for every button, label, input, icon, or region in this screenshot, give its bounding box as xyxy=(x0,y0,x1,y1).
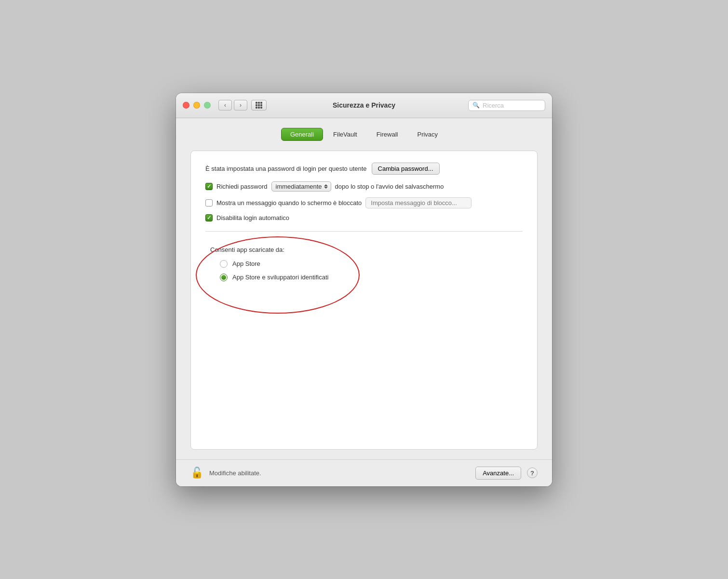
radio-appstore-label: App Store xyxy=(232,260,260,267)
disable-autologin-row: Disabilita login automatico xyxy=(205,214,523,221)
tab-privacy[interactable]: Privacy xyxy=(408,128,447,141)
titlebar: ‹ › Sicurezza e Privacy 🔍 Ricerca xyxy=(176,93,552,118)
search-placeholder: Ricerca xyxy=(483,102,504,109)
bottom-bar: 🔓 Modifiche abilitate. Avanzate... ? xyxy=(176,459,552,486)
password-timing-dropdown[interactable]: immediatamente xyxy=(271,181,331,192)
require-password-checkbox[interactable] xyxy=(205,183,213,190)
divider xyxy=(205,231,523,232)
tab-generali[interactable]: Generali xyxy=(281,128,323,141)
radio-appstore-developers[interactable] xyxy=(220,274,228,281)
allow-apps-label: Consenti app scaricate da: xyxy=(210,246,523,253)
close-button[interactable] xyxy=(183,102,189,109)
settings-panel: È stata impostata una password di login … xyxy=(190,151,538,450)
back-button[interactable]: ‹ xyxy=(218,100,232,110)
disable-autologin-label: Disabilita login automatico xyxy=(216,214,289,221)
main-window: ‹ › Sicurezza e Privacy 🔍 Ricerca Genera… xyxy=(176,93,552,486)
require-password-row: Richiedi password immediatamente dopo lo… xyxy=(205,181,523,192)
grid-icon xyxy=(256,102,262,109)
radio-appstore-developers-label: App Store e sviluppatori identificati xyxy=(232,274,328,281)
tab-filevault[interactable]: FileVault xyxy=(324,128,366,141)
nav-buttons: ‹ › xyxy=(218,100,267,110)
forward-button[interactable]: › xyxy=(234,100,247,110)
tab-firewall[interactable]: Firewall xyxy=(367,128,407,141)
password-text: È stata impostata una password di login … xyxy=(205,165,367,172)
dropdown-value: immediatamente xyxy=(276,183,322,190)
search-box[interactable]: 🔍 Ricerca xyxy=(468,100,545,111)
dropdown-suffix: dopo lo stop o l'avvio del salvaschermo xyxy=(335,183,444,190)
dropdown-arrows xyxy=(324,184,328,189)
grid-button[interactable] xyxy=(251,100,267,110)
avanzate-button[interactable]: Avanzate... xyxy=(475,467,521,480)
radio-appstore[interactable] xyxy=(220,260,228,268)
show-message-label: Mostra un messaggio quando lo schermo è … xyxy=(216,199,362,207)
up-arrow-icon xyxy=(324,184,328,186)
window-title: Sicurezza e Privacy xyxy=(333,101,395,109)
show-message-row: Mostra un messaggio quando lo schermo è … xyxy=(205,197,523,208)
change-password-button[interactable]: Cambia password... xyxy=(372,163,440,175)
disable-autologin-checkbox[interactable] xyxy=(205,214,213,221)
unlock-status: Modifiche abilitate. xyxy=(209,469,470,477)
require-password-label: Richiedi password xyxy=(216,183,268,190)
show-message-checkbox[interactable] xyxy=(205,199,213,207)
radio-appstore-developers-row: App Store e sviluppatori identificati xyxy=(220,274,523,281)
radio-appstore-row: App Store xyxy=(220,260,523,268)
tabs-bar: Generali FileVault Firewall Privacy xyxy=(190,128,538,141)
lock-message-input[interactable] xyxy=(365,197,472,208)
lock-icon: 🔓 xyxy=(190,467,203,479)
allow-apps-section: Consenti app scaricate da: App Store App… xyxy=(205,241,523,292)
search-icon: 🔍 xyxy=(472,102,480,109)
traffic-lights xyxy=(183,102,211,109)
content-area: Generali FileVault Firewall Privacy È st… xyxy=(176,118,552,459)
down-arrow-icon xyxy=(324,187,328,189)
password-row: È stata impostata una password di login … xyxy=(205,163,523,175)
help-button[interactable]: ? xyxy=(527,468,538,478)
minimize-button[interactable] xyxy=(193,102,200,109)
maximize-button[interactable] xyxy=(204,102,211,109)
